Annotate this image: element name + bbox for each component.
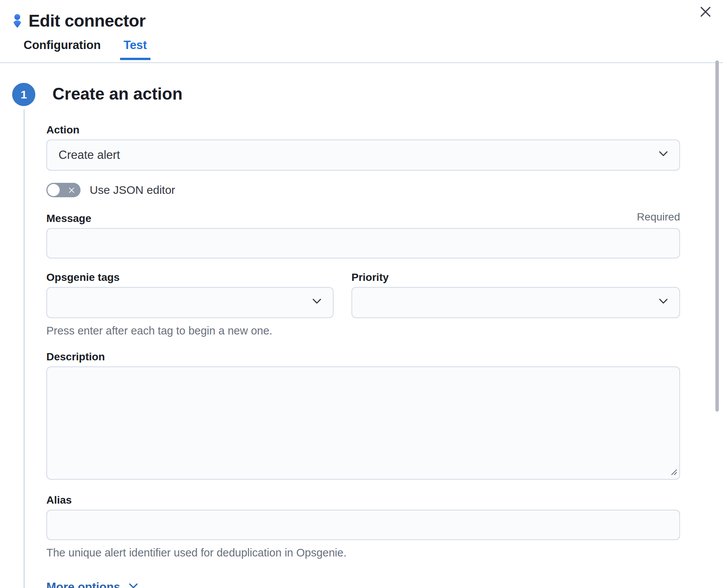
chevron-down-icon bbox=[657, 295, 669, 310]
opsgenie-tags-label: Opsgenie tags bbox=[46, 273, 334, 282]
opsgenie-tags-combobox[interactable] bbox=[46, 287, 334, 318]
priority-select[interactable] bbox=[351, 287, 680, 318]
chevron-down-icon bbox=[311, 295, 323, 310]
more-options-label: More options bbox=[46, 580, 120, 588]
step-title: Create an action bbox=[52, 83, 680, 105]
tab-bar: Configuration Test bbox=[13, 39, 723, 60]
json-editor-toggle-label: Use JSON editor bbox=[90, 184, 175, 197]
more-options-button[interactable]: More options bbox=[46, 580, 139, 588]
alias-field: Alias The unique alert identifier used f… bbox=[46, 496, 680, 559]
close-icon bbox=[698, 5, 713, 20]
alias-input[interactable] bbox=[46, 510, 680, 540]
description-textarea[interactable] bbox=[46, 366, 680, 480]
close-button[interactable] bbox=[696, 3, 715, 21]
description-label: Description bbox=[46, 352, 680, 361]
chevron-down-icon bbox=[657, 147, 669, 163]
description-field: Description bbox=[46, 352, 680, 480]
flyout-header: Edit connector Configuration Test bbox=[0, 0, 723, 63]
json-editor-toggle-row: Use JSON editor bbox=[46, 183, 680, 197]
tab-test[interactable]: Test bbox=[120, 39, 150, 60]
resize-handle-icon[interactable] bbox=[669, 468, 678, 477]
json-editor-toggle[interactable] bbox=[46, 183, 81, 197]
opsgenie-connector-icon bbox=[13, 14, 22, 28]
action-field: Action Create alert bbox=[46, 125, 680, 171]
action-select-value: Create alert bbox=[59, 148, 120, 162]
toggle-off-x-icon bbox=[68, 186, 76, 195]
message-field: Message Required bbox=[46, 211, 680, 258]
chevron-down-icon bbox=[127, 580, 139, 588]
alias-help-text: The unique alert identifier used for ded… bbox=[46, 546, 680, 559]
opsgenie-tags-help-text: Press enter after each tag to begin a ne… bbox=[46, 324, 334, 337]
action-label: Action bbox=[46, 125, 680, 135]
priority-label: Priority bbox=[351, 273, 680, 282]
test-form: Create an action Action Create alert Use… bbox=[0, 83, 723, 588]
message-label: Message bbox=[46, 214, 91, 223]
message-required-badge: Required bbox=[637, 211, 680, 223]
priority-field: Priority bbox=[351, 273, 680, 337]
opsgenie-tags-field: Opsgenie tags Press enter after each tag… bbox=[46, 273, 334, 337]
tags-priority-row: Opsgenie tags Press enter after each tag… bbox=[46, 273, 680, 337]
toggle-knob bbox=[47, 184, 60, 196]
tab-configuration[interactable]: Configuration bbox=[20, 39, 104, 60]
action-select[interactable]: Create alert bbox=[46, 139, 680, 171]
page-title: Edit connector bbox=[28, 11, 146, 30]
message-input[interactable] bbox=[46, 228, 680, 258]
alias-label: Alias bbox=[46, 496, 680, 505]
